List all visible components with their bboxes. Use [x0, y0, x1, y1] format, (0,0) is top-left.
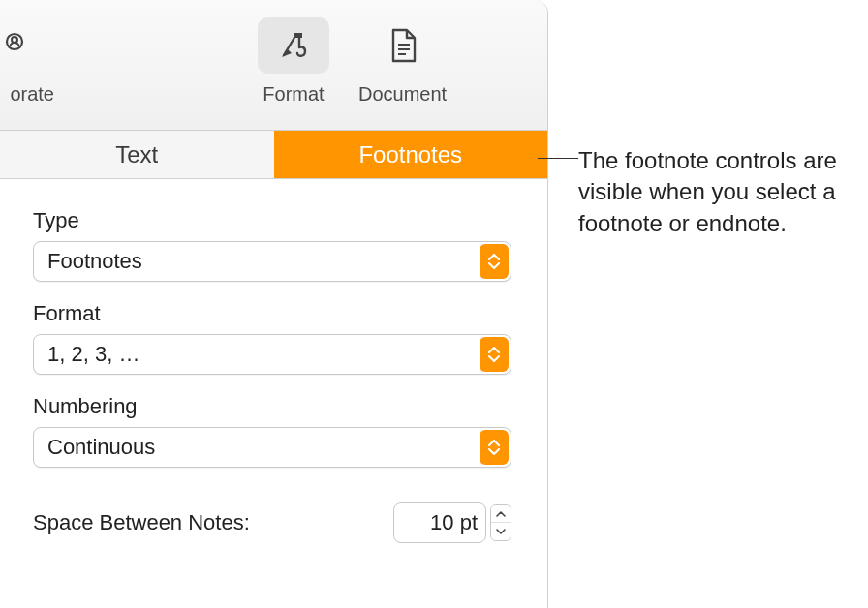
type-popup[interactable]: Footnotes [33, 241, 512, 282]
numbering-label: Numbering [33, 394, 514, 419]
type-label: Type [33, 208, 514, 233]
toolbar-label-format: Format [263, 83, 324, 106]
numbering-popup[interactable]: Continuous [33, 427, 512, 468]
space-input[interactable]: 10 pt [393, 502, 486, 543]
toolbar-item-document[interactable]: Document [358, 17, 447, 106]
popup-stepper-icon [480, 244, 509, 279]
toolbar-label-partial: orate [10, 83, 54, 106]
space-value: 10 pt [430, 510, 478, 535]
toolbar-item-partial[interactable]: orate [0, 17, 54, 106]
format-value: 1, 2, 3, … [47, 342, 140, 367]
space-stepper [490, 504, 512, 541]
collaborate-icon [0, 17, 54, 74]
callout-text: The footnote controls are visible when y… [578, 145, 861, 239]
space-label: Space Between Notes: [33, 510, 250, 535]
stepper-up[interactable] [491, 505, 511, 523]
type-value: Footnotes [47, 249, 142, 274]
popup-stepper-icon [480, 430, 509, 465]
format-icon [258, 17, 329, 74]
inspector-panel: orate Format D [0, 0, 548, 608]
document-icon [367, 17, 439, 74]
format-label: Format [33, 301, 514, 326]
format-popup[interactable]: 1, 2, 3, … [33, 334, 512, 375]
toolbar-label-document: Document [358, 83, 447, 106]
tab-bar: Text Footnotes [0, 131, 547, 179]
stepper-down[interactable] [491, 523, 511, 540]
popup-stepper-icon [480, 337, 509, 372]
callout-leader-line [538, 158, 578, 159]
toolbar-item-format[interactable]: Format [258, 17, 329, 106]
tab-text[interactable]: Text [0, 131, 274, 178]
toolbar: orate Format D [0, 0, 547, 131]
footnote-controls: Type Footnotes Format 1, 2, 3, … Numberi… [0, 179, 547, 572]
tab-footnotes[interactable]: Footnotes [274, 131, 548, 178]
numbering-value: Continuous [47, 435, 155, 460]
